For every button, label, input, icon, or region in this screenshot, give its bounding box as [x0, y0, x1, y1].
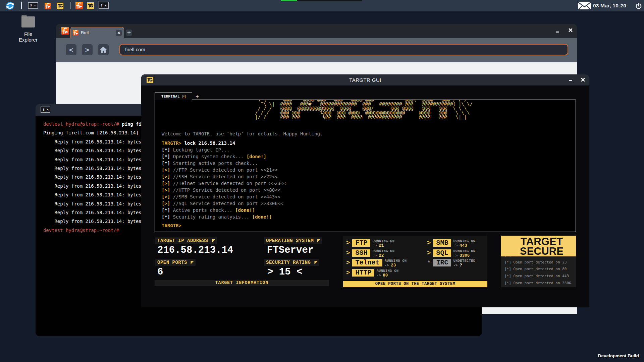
browser-titlebar[interactable]: Firell × +	[56, 24, 577, 38]
target-secure-log[interactable]: [*] Open port detected on 22[*] Open por…	[501, 256, 576, 287]
target-ip-value: 216.58.213.14	[157, 245, 233, 256]
chevron-right-icon: >	[346, 249, 350, 257]
target-information-strip: TARGET INFORMATION	[155, 280, 329, 286]
port-badge[interactable]: FTP	[352, 239, 370, 247]
secure-log-line: [*] Open port detected on 3306	[504, 280, 571, 287]
targtr-titlebar[interactable]: TARGTR GUI	[141, 74, 589, 85]
targtr-terminal-screen[interactable]: \ \ @@@ @@@@ @@@ @@@ @@@@ @@@ @@@\ @@@@ …	[155, 100, 576, 232]
terminal-app-icon: $_<	[41, 107, 50, 113]
os-logo-icon[interactable]	[5, 1, 15, 10]
targtr-terminal-line: [>] //SSH Service detected on port >>22<…	[162, 173, 323, 180]
running-targtr-icon[interactable]	[87, 2, 94, 9]
targtr-terminal-line: TARGTR> lock 216.58.213.14	[162, 140, 323, 146]
operating-system-label: OPERATING SYSTEM	[264, 237, 316, 244]
targtr-terminal-line: Welcome to TARGTR, use ‘help’ for detail…	[162, 130, 323, 137]
browser-back-button[interactable]: <	[66, 44, 76, 55]
taskbar-firell-icon[interactable]	[45, 3, 51, 9]
asterisk-icon: *	[427, 259, 431, 266]
browser-home-button[interactable]	[98, 44, 109, 55]
open-ports-label: OPEN PORTS	[155, 259, 189, 266]
open-ports-strip: OPEN PORTS ON THE TARGET SYSTEM	[343, 281, 487, 287]
file-explorer-label: FileExplorer	[13, 31, 44, 43]
targtr-terminal-line: [>] //SQL Service detected on port >>330…	[162, 200, 323, 207]
chevron-right-icon: >	[346, 239, 350, 247]
folder-icon	[20, 14, 36, 28]
targtr-window-title: TARGTR GUI	[141, 74, 589, 85]
home-icon	[100, 47, 107, 53]
mail-icon[interactable]	[578, 2, 591, 9]
secure-log-lines: [*] Open port detected on 22[*] Open por…	[504, 256, 571, 287]
chevron-right-icon: >	[346, 259, 350, 266]
targtr-terminal-line: [>] //FTP Service detected on port >>21<…	[162, 167, 323, 173]
browser-tab-close-button[interactable]: ×	[116, 30, 122, 36]
open-ports-value: 6	[157, 266, 163, 278]
target-ip-label: TARGET IP ADDRESS	[155, 237, 210, 244]
power-icon[interactable]	[635, 2, 642, 9]
targtr-tab-close-icon[interactable]: ×	[182, 95, 185, 98]
targtr-close-button[interactable]	[580, 76, 586, 83]
browser-close-button[interactable]	[567, 27, 574, 34]
port-status: RUNNING ON-> 3306	[453, 249, 475, 258]
targtr-gui-window: TARGTR GUI TERMINAL × + \ \ @@@ @@@@ @@@…	[141, 74, 589, 307]
running-firell-icon[interactable]	[75, 2, 83, 9]
port-badge[interactable]: IRC	[433, 259, 451, 266]
port-status: UNDETECTED-> ?	[453, 259, 475, 267]
port-status: RUNNING ON-> 22	[372, 249, 394, 258]
taskbar-separator	[70, 2, 70, 9]
targtr-tab-label: TERMINAL	[161, 95, 180, 99]
targtr-tab-terminal[interactable]: TERMINAL ×	[155, 93, 192, 100]
port-row-http: >HTTPRUNNING ON-> 80	[346, 269, 398, 278]
targtr-terminal-line: TARGTR>	[162, 222, 323, 229]
targtr-terminal-line: [>] //HTTP Service detected on port >>80…	[162, 187, 323, 193]
port-badge[interactable]: SQL	[433, 249, 451, 257]
port-row-ftp: >FTPRUNNING ON-> 21	[346, 239, 394, 248]
clock: 03 Mar, 10:20	[593, 0, 626, 11]
browser-tab-title: Firell	[81, 30, 110, 35]
operating-system-value: FTServer	[267, 245, 314, 256]
port-badge[interactable]: SMB	[433, 239, 451, 247]
security-rating-value: > 15 <	[267, 266, 302, 278]
browser-url-input[interactable]: firell.com	[119, 44, 568, 55]
browser-toolbar: < > firell.com	[56, 38, 577, 62]
port-row-ssh: >SSHRUNNING ON-> 22	[346, 249, 394, 258]
port-badge[interactable]: HTTP	[352, 269, 374, 277]
port-row-telnet: >TelnetRUNNING ON-> 23	[346, 259, 407, 267]
targtr-ascii-banner: \ \ @@@ @@@@ @@@ @@@ @@@@ @@@ @@@\ @@@@ …	[162, 100, 473, 119]
secure-log-line: [*] Open port detected on 80	[504, 266, 571, 273]
target-ip-flag-icon[interactable]	[210, 237, 217, 244]
port-status: RUNNING ON-> 80	[376, 269, 398, 278]
port-status: RUNNING ON-> 443	[453, 239, 475, 248]
chevron-right-icon: >	[427, 239, 431, 247]
browser-new-tab-button[interactable]: +	[126, 29, 132, 36]
top-progress-fill	[281, 0, 297, 1]
target-secure-line: SECURE	[520, 246, 564, 256]
secure-log-line: [*] Open port detected on 22	[504, 256, 571, 259]
port-badge[interactable]: Telnet	[352, 259, 382, 266]
browser-tab-favicon	[73, 30, 78, 36]
target-secure-line: TARGET	[521, 237, 563, 246]
targtr-minimize-button[interactable]	[568, 77, 574, 83]
development-build-watermark: Development Build	[598, 353, 639, 358]
port-row-smb: >SMBRUNNING ON-> 443	[427, 239, 475, 248]
browser-tab-firell[interactable]: Firell ×	[70, 27, 124, 38]
file-explorer-shortcut[interactable]: FileExplorer	[13, 14, 44, 43]
target-secure-banner: TARGET SECURE	[501, 236, 576, 256]
taskbar-separator	[21, 2, 22, 9]
security-rating-label: SECURITY RATING	[264, 259, 313, 266]
browser-app-icon	[61, 27, 69, 35]
security-rating-flag-icon[interactable]	[313, 259, 319, 266]
operating-system-flag-icon[interactable]	[315, 237, 322, 244]
running-terminal-icon[interactable]: $_<	[99, 2, 109, 9]
open-ports-flag-icon[interactable]	[189, 259, 196, 266]
browser-minimize-button[interactable]	[556, 26, 562, 33]
targtr-new-tab-button[interactable]: +	[194, 93, 201, 100]
targtr-terminal-line: [*] Starting active ports check...	[162, 160, 323, 167]
taskbar-targtr-icon[interactable]	[57, 3, 63, 9]
port-row-irc: *IRCUNDETECTED-> ?	[427, 259, 475, 267]
browser-forward-button[interactable]: >	[82, 44, 93, 55]
secure-log-line: [*] Open port detected on 23	[504, 259, 571, 266]
port-status: RUNNING ON-> 21	[372, 239, 394, 248]
taskbar-terminal-icon[interactable]: $_<	[28, 2, 38, 9]
targtr-terminal-line: [*] Locking target IP...	[162, 146, 323, 153]
port-badge[interactable]: SSH	[352, 249, 370, 257]
